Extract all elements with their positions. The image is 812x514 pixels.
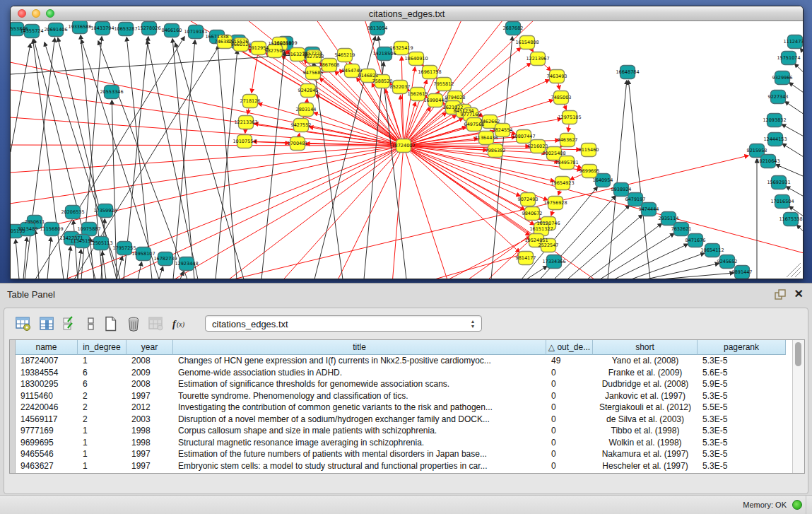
table-cell[interactable]: Genome-wide association studies in ADHD. bbox=[173, 367, 546, 379]
table-cell[interactable]: 5.5E-5 bbox=[698, 402, 786, 414]
table-cell[interactable]: 2012 bbox=[126, 402, 173, 414]
edge[interactable] bbox=[614, 244, 688, 279]
table-cell[interactable]: 0 bbox=[546, 425, 593, 437]
edge[interactable] bbox=[166, 146, 404, 279]
column-header-short[interactable]: short bbox=[593, 340, 698, 355]
table-cell[interactable]: 9699695 bbox=[16, 437, 78, 449]
column-header-in-degree[interactable]: in_degree bbox=[78, 340, 126, 355]
table-cell[interactable]: 1997 bbox=[126, 460, 173, 472]
table-cell[interactable]: 0 bbox=[546, 367, 593, 379]
edge[interactable] bbox=[11, 54, 304, 74]
table-cell[interactable]: Nakamura et al. (1997) bbox=[593, 448, 698, 460]
float-window-icon[interactable] bbox=[774, 288, 787, 301]
table-cell[interactable]: 6 bbox=[78, 378, 126, 390]
table-cell[interactable]: 1997 bbox=[126, 390, 173, 402]
table-cell[interactable]: 0 bbox=[546, 378, 593, 390]
edge[interactable] bbox=[78, 250, 81, 279]
table-row[interactable]: 911546021997Tourette syndrome. Phenomeno… bbox=[16, 390, 793, 402]
table-cell[interactable]: 1997 bbox=[126, 448, 173, 460]
table-cell[interactable]: 22420046 bbox=[16, 402, 78, 414]
table-cell[interactable]: 2008 bbox=[126, 355, 173, 367]
edge[interactable] bbox=[47, 238, 51, 279]
table-cell[interactable]: Changes of HCN gene expression and I(f) … bbox=[173, 355, 546, 367]
edge[interactable] bbox=[526, 266, 547, 279]
table-cell[interactable]: 1998 bbox=[126, 437, 173, 449]
edge[interactable] bbox=[11, 145, 404, 146]
table-cell[interactable]: 5.3E-5 bbox=[698, 460, 786, 472]
table-row[interactable]: 1872400712008Changes of HCN gene express… bbox=[16, 355, 793, 367]
edge[interactable] bbox=[364, 62, 384, 279]
table-cell[interactable]: 18724007 bbox=[16, 355, 78, 367]
edge[interactable] bbox=[404, 146, 541, 240]
table-cell[interactable]: 2008 bbox=[126, 378, 173, 390]
table-cell[interactable]: 1 bbox=[78, 425, 126, 437]
edge[interactable] bbox=[172, 39, 194, 279]
table-cell[interactable]: Jankovic et al. (1997) bbox=[593, 390, 698, 402]
edge[interactable] bbox=[147, 40, 198, 279]
edge[interactable] bbox=[33, 40, 64, 279]
window-titlebar[interactable]: citations_edges.txt bbox=[11, 6, 803, 21]
table-cell[interactable]: 0 bbox=[546, 390, 593, 402]
table-row[interactable]: 969969511998Structural magnetic resonanc… bbox=[16, 437, 793, 449]
table-cell[interactable]: Investigating the contribution of common… bbox=[173, 402, 546, 414]
column-header-out-de-[interactable]: △ out_de... bbox=[546, 340, 593, 355]
edge[interactable] bbox=[261, 52, 285, 279]
network-canvas[interactable]: 2055384614355724206914061933658610433794… bbox=[11, 21, 803, 279]
edge[interactable] bbox=[23, 238, 27, 279]
column-header-year[interactable]: year bbox=[126, 340, 173, 355]
table-cell[interactable]: 2 bbox=[78, 390, 126, 402]
table-cell[interactable]: 5.6E-5 bbox=[698, 367, 786, 379]
table-cell[interactable]: 1 bbox=[78, 448, 126, 460]
table-cell[interactable]: Dudbridge et al. (2008) bbox=[593, 378, 698, 390]
edge[interactable] bbox=[173, 40, 195, 279]
edge[interactable] bbox=[259, 103, 404, 146]
edge[interactable] bbox=[159, 267, 163, 279]
table-cell[interactable]: Embryonic stem cells: a model to study s… bbox=[173, 460, 546, 472]
table-cell[interactable]: 5.3E-5 bbox=[698, 390, 786, 402]
table-row[interactable]: 977716911998Corpus callosum shape and si… bbox=[16, 425, 793, 437]
table-cell[interactable]: 1998 bbox=[126, 425, 173, 437]
table-cell[interactable]: 2003 bbox=[126, 414, 173, 426]
table-cell[interactable]: 2 bbox=[78, 402, 126, 414]
table-cell[interactable]: Structural magnetic resonance image aver… bbox=[173, 437, 546, 449]
table-cell[interactable]: 0 bbox=[546, 437, 593, 449]
edge[interactable] bbox=[35, 230, 39, 279]
table-cell[interactable]: 2009 bbox=[126, 367, 173, 379]
function-builder-icon[interactable]: f (x) bbox=[170, 314, 188, 334]
table-cell[interactable]: 5.3E-5 bbox=[698, 437, 786, 449]
table-row[interactable]: 1830029562008Estimation of significance … bbox=[16, 378, 793, 390]
table-cell[interactable]: 49 bbox=[546, 355, 593, 367]
table-cell[interactable]: 14569117 bbox=[16, 414, 78, 426]
edge[interactable] bbox=[789, 83, 803, 99]
table-cell[interactable]: 5.9E-5 bbox=[698, 378, 786, 390]
column-header-title[interactable]: title bbox=[173, 340, 546, 355]
table-row[interactable]: 2242004622012Investigating the contribut… bbox=[16, 402, 793, 414]
edge[interactable] bbox=[785, 102, 803, 120]
edge[interactable] bbox=[782, 144, 803, 163]
edge[interactable] bbox=[628, 81, 650, 279]
resize-grip-icon[interactable] bbox=[791, 267, 801, 277]
rows-icon[interactable] bbox=[82, 314, 100, 334]
scrollbar-thumb[interactable] bbox=[795, 342, 801, 366]
table-cell[interactable]: 1 bbox=[78, 437, 126, 449]
table-cell[interactable]: 0 bbox=[546, 402, 593, 414]
column-header-name[interactable]: name bbox=[16, 340, 78, 355]
edge[interactable] bbox=[404, 146, 546, 153]
table-cell[interactable]: 5.3E-5 bbox=[698, 448, 786, 460]
table-select-dropdown[interactable]: citations_edges.txt ▲▼ bbox=[205, 315, 482, 332]
table-cell[interactable]: Franke et al. (2009) bbox=[593, 367, 698, 379]
import-table-icon[interactable] bbox=[147, 314, 165, 334]
table-cell[interactable]: 5.3E-5 bbox=[698, 355, 786, 367]
table-cell[interactable]: 0 bbox=[546, 448, 593, 460]
edge[interactable] bbox=[11, 146, 404, 205]
edge[interactable] bbox=[404, 146, 548, 200]
table-row[interactable]: 1938455462009Genome-wide association stu… bbox=[16, 367, 793, 379]
table-cell[interactable]: 19384554 bbox=[16, 367, 78, 379]
table-cell[interactable]: Disruption of a novel member of a sodium… bbox=[173, 414, 546, 426]
table-cell[interactable]: Estimation of the future numbers of pati… bbox=[173, 448, 546, 460]
edge[interactable] bbox=[112, 100, 117, 279]
select-all-icon[interactable] bbox=[61, 314, 79, 334]
table-cell[interactable]: Stergiakouli et al. (2012) bbox=[593, 402, 698, 414]
table-row[interactable]: 946554611997Estimation of the future num… bbox=[16, 448, 793, 460]
table-cell[interactable]: 5.3E-5 bbox=[698, 414, 786, 426]
